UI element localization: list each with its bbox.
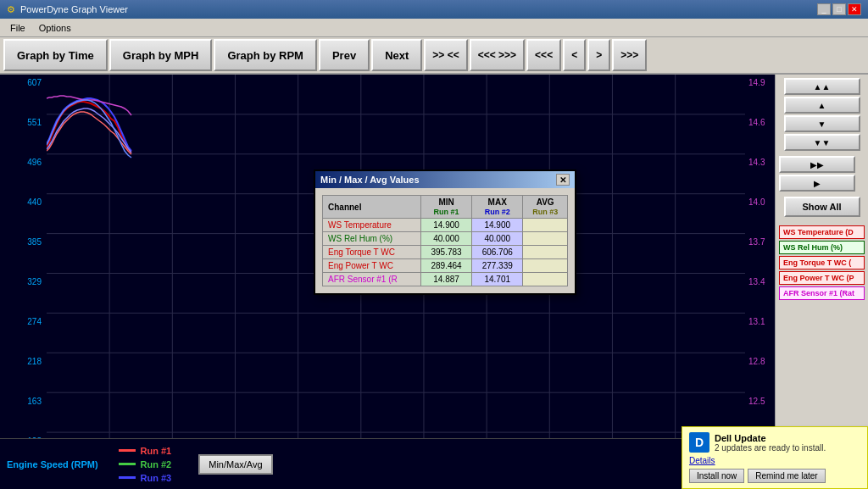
- dell-notification: D Dell Update 2 updates are ready to ins…: [682, 426, 868, 489]
- y-axis-left-label: 329: [2, 277, 45, 286]
- scroll-down-fast-button[interactable]: ▼▼: [784, 134, 860, 151]
- y-axis-right-label: 13.4: [747, 277, 773, 286]
- eng-torque-max: 606.706: [472, 246, 523, 259]
- app-title: PowerDyne Graph Viewer: [20, 4, 128, 14]
- legend-item-afr[interactable]: AFR Sensor #1 (Rat: [779, 286, 865, 300]
- graph-by-mph-button[interactable]: Graph by MPH: [109, 39, 213, 71]
- dell-header: D Dell Update 2 updates are ready to ins…: [689, 432, 860, 453]
- nav-start-button[interactable]: <<<: [526, 39, 561, 71]
- install-now-button[interactable]: Install now: [689, 469, 744, 483]
- y-axis-left-label: 440: [2, 197, 45, 207]
- y-axis-right-label: 13.1: [747, 317, 773, 326]
- table-row: AFR Sensor #1 (R 14.887 14.701: [323, 273, 568, 286]
- eng-power-max: 277.339: [472, 259, 523, 273]
- channel-name: WS Temperature: [323, 219, 421, 232]
- y-axis-left: 60755149644038532927421816310852: [0, 75, 47, 489]
- dell-title: Dell Update: [715, 433, 826, 443]
- nav-left-button[interactable]: <: [563, 39, 586, 71]
- col-header-avg: AVGRun #3: [523, 196, 568, 219]
- y-axis-right-label: 12.5: [747, 397, 773, 406]
- window-controls: _ □ ✕: [817, 3, 861, 15]
- eng-power-min: 289.464: [420, 259, 471, 273]
- menu-options[interactable]: Options: [32, 21, 78, 35]
- channel-name: Eng Power T WC: [323, 259, 421, 273]
- run3-dot: [119, 476, 136, 479]
- show-all-button[interactable]: Show All: [784, 197, 860, 217]
- channel-name: Eng Torque T WC: [323, 246, 421, 259]
- engine-speed-label: Engine Speed (RPM): [7, 459, 98, 470]
- dell-text: Dell Update 2 updates are ready to insta…: [715, 433, 826, 453]
- channel-name: WS Rel Hum (%): [323, 232, 421, 246]
- dialog-close-button[interactable]: ✕: [556, 174, 570, 186]
- y-axis-right-label: 14.9: [747, 78, 773, 87]
- menu-bar: File Options: [0, 19, 868, 37]
- prev-button[interactable]: Prev: [319, 39, 370, 71]
- legend: WS Temperature (D WS Rel Hum (%) Eng Tor…: [776, 224, 868, 302]
- ws-temp-min: 14.900: [420, 219, 471, 232]
- y-axis-left-label: 607: [2, 78, 45, 87]
- dell-icon: D: [689, 432, 709, 453]
- run2-label: Run #2: [119, 459, 172, 470]
- scroll-right-fast[interactable]: ▶▶: [779, 156, 855, 173]
- scroll-right[interactable]: ▶: [779, 175, 855, 192]
- eng-power-avg: [523, 259, 568, 273]
- col-header-min: MINRun #1: [420, 196, 471, 219]
- close-button[interactable]: ✕: [848, 3, 861, 15]
- nav-right-button[interactable]: >: [587, 39, 610, 71]
- dialog-content: Channel MINRun #1 MAXRun #2 AVGRun #3 WS…: [315, 188, 575, 293]
- run3-label-text: Run #3: [141, 473, 172, 483]
- run1-dot: [119, 449, 136, 452]
- run1-label: Run #1: [119, 446, 172, 456]
- y-axis-left-label: 496: [2, 158, 45, 167]
- title-bar: ⚙ PowerDyne Graph Viewer _ □ ✕: [0, 0, 868, 19]
- minmax-table: Channel MINRun #1 MAXRun #2 AVGRun #3 WS…: [322, 195, 568, 286]
- table-row: Eng Power T WC 289.464 277.339: [323, 259, 568, 273]
- dialog-title: Min / Max / Avg Values: [320, 175, 420, 185]
- scroll-up-button[interactable]: ▲: [784, 97, 860, 114]
- legend-item-eng-power[interactable]: Eng Power T WC (P: [779, 271, 865, 285]
- maximize-button[interactable]: □: [832, 3, 846, 15]
- dialog-titlebar: Min / Max / Avg Values ✕: [315, 171, 575, 188]
- table-row: WS Temperature 14.900 14.900: [323, 219, 568, 232]
- ws-rel-min: 40.000: [420, 232, 471, 246]
- remind-later-button[interactable]: Remind me later: [748, 469, 825, 483]
- afr-avg: [523, 273, 568, 286]
- graph-by-time-button[interactable]: Graph by Time: [3, 39, 108, 71]
- dell-buttons: Install now Remind me later: [689, 469, 860, 483]
- y-axis-right-label: 12.8: [747, 357, 773, 366]
- col-header-max: MAXRun #2: [472, 196, 523, 219]
- menu-file[interactable]: File: [3, 21, 32, 35]
- eng-torque-avg: [523, 246, 568, 259]
- bottom-bar: Engine Speed (RPM) Run #1 Run #2 Run #3 …: [0, 438, 775, 489]
- legend-item-ws-temp[interactable]: WS Temperature (D: [779, 225, 865, 239]
- min-max-avg-button[interactable]: Min/Max/Avg: [198, 454, 272, 475]
- graph-by-rpm-button[interactable]: Graph by RPM: [214, 39, 317, 71]
- afr-max: 14.701: [472, 273, 523, 286]
- eng-torque-min: 395.783: [420, 246, 471, 259]
- minimize-button[interactable]: _: [817, 3, 831, 15]
- ws-rel-max: 40.000: [472, 232, 523, 246]
- app-icon: ⚙: [7, 4, 15, 15]
- y-axis-left-label: 385: [2, 237, 45, 247]
- col-header-channel: Channel: [323, 196, 421, 219]
- nav-zoom-out-button[interactable]: <<< >>>: [470, 39, 525, 71]
- minmax-dialog: Min / Max / Avg Values ✕ Channel MINRun …: [314, 169, 576, 295]
- legend-item-eng-torque[interactable]: Eng Torque T WC (: [779, 256, 865, 270]
- toolbar: Graph by Time Graph by MPH Graph by RPM …: [0, 37, 868, 75]
- legend-item-ws-rel[interactable]: WS Rel Hum (%): [779, 241, 865, 254]
- nav-zoom-in-button[interactable]: >> <<: [424, 39, 467, 71]
- ws-rel-avg: [523, 232, 568, 246]
- table-row: WS Rel Hum (%) 40.000 40.000: [323, 232, 568, 246]
- scroll-down-button[interactable]: ▼: [784, 115, 860, 132]
- next-button[interactable]: Next: [371, 39, 422, 71]
- dell-details-link[interactable]: Details: [689, 456, 715, 465]
- y-axis-right-label: 14.6: [747, 118, 773, 127]
- y-axis-right-label: 13.7: [747, 237, 773, 247]
- y-axis-right-label: 14.0: [747, 197, 773, 207]
- ws-temp-avg: [523, 219, 568, 232]
- run3-label: Run #3: [119, 473, 172, 483]
- nav-end-button[interactable]: >>>: [612, 39, 647, 71]
- scroll-up-fast-button[interactable]: ▲▲: [784, 78, 860, 95]
- afr-min: 14.887: [420, 273, 471, 286]
- run2-dot: [119, 463, 136, 465]
